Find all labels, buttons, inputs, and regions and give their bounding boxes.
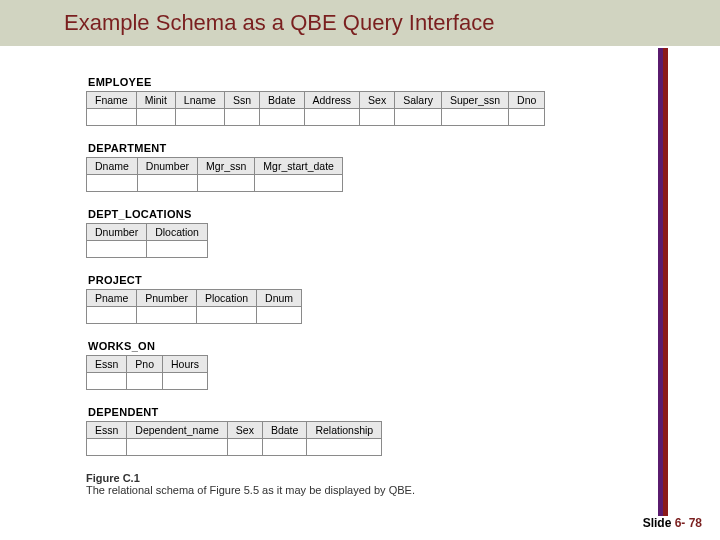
schema-table-name: WORKS_ON [88, 340, 660, 352]
schema-tables: EMPLOYEEFnameMinitLnameSsnBdateAddressSe… [86, 76, 660, 456]
schema-empty-cell [224, 109, 259, 126]
schema-empty-cell [163, 373, 208, 390]
schema-column-header: Dlocation [147, 224, 208, 241]
schema-empty-cell [509, 109, 545, 126]
schema-table-skeleton: DnumberDlocation [86, 223, 208, 258]
schema-empty-cell [255, 175, 343, 192]
footer-slide-word: Slide [643, 516, 675, 530]
slide-content: EMPLOYEEFnameMinitLnameSsnBdateAddressSe… [0, 48, 720, 516]
schema-table: EMPLOYEEFnameMinitLnameSsnBdateAddressSe… [86, 76, 660, 126]
schema-empty-cell [137, 307, 197, 324]
schema-table: DEPARTMENTDnameDnumberMgr_ssnMgr_start_d… [86, 142, 660, 192]
schema-column-header: Relationship [307, 422, 382, 439]
schema-table: DEPT_LOCATIONSDnumberDlocation [86, 208, 660, 258]
schema-table-skeleton: PnamePnumberPlocationDnum [86, 289, 302, 324]
schema-table-skeleton: FnameMinitLnameSsnBdateAddressSexSalaryS… [86, 91, 545, 126]
schema-column-header: Minit [136, 92, 175, 109]
figure-caption-block: Figure C.1 The relational schema of Figu… [86, 472, 660, 496]
schema-column-header: Essn [87, 356, 127, 373]
schema-empty-cell [198, 175, 255, 192]
schema-table-name: DEPENDENT [88, 406, 660, 418]
schema-table-skeleton: EssnDependent_nameSexBdateRelationship [86, 421, 382, 456]
schema-empty-cell [260, 109, 304, 126]
footer-page-number: 6- 78 [675, 516, 702, 530]
schema-column-header: Pname [87, 290, 137, 307]
figure-caption: The relational schema of Figure 5.5 as i… [86, 484, 660, 496]
schema-empty-cell [257, 307, 302, 324]
schema-empty-cell [441, 109, 508, 126]
slide-footer: Slide 6- 78 [643, 516, 702, 530]
schema-table-name: DEPT_LOCATIONS [88, 208, 660, 220]
schema-column-header: Hours [163, 356, 208, 373]
schema-empty-cell [87, 241, 147, 258]
side-stripe [658, 48, 668, 516]
schema-empty-cell [87, 109, 137, 126]
schema-column-header: Ssn [224, 92, 259, 109]
schema-column-header: Dno [509, 92, 545, 109]
schema-table-name: EMPLOYEE [88, 76, 660, 88]
schema-column-header: Dname [87, 158, 138, 175]
schema-empty-cell [262, 439, 306, 456]
schema-empty-cell [360, 109, 395, 126]
schema-column-header: Bdate [260, 92, 304, 109]
schema-column-header: Sex [360, 92, 395, 109]
schema-table-name: PROJECT [88, 274, 660, 286]
schema-column-header: Mgr_ssn [198, 158, 255, 175]
schema-column-header: Fname [87, 92, 137, 109]
slide-title-bar: Example Schema as a QBE Query Interface [0, 0, 720, 48]
schema-column-header: Bdate [262, 422, 306, 439]
schema-table: DEPENDENTEssnDependent_nameSexBdateRelat… [86, 406, 660, 456]
schema-table-skeleton: EssnPnoHours [86, 355, 208, 390]
schema-column-header: Dnumber [87, 224, 147, 241]
schema-column-header: Lname [175, 92, 224, 109]
schema-empty-cell [137, 175, 197, 192]
schema-column-header: Plocation [196, 290, 256, 307]
schema-empty-cell [147, 241, 208, 258]
schema-table: WORKS_ONEssnPnoHours [86, 340, 660, 390]
schema-table: PROJECTPnamePnumberPlocationDnum [86, 274, 660, 324]
schema-empty-cell [307, 439, 382, 456]
schema-empty-cell [395, 109, 442, 126]
schema-table-name: DEPARTMENT [88, 142, 660, 154]
schema-empty-cell [87, 439, 127, 456]
schema-empty-cell [304, 109, 360, 126]
schema-table-skeleton: DnameDnumberMgr_ssnMgr_start_date [86, 157, 343, 192]
schema-empty-cell [136, 109, 175, 126]
schema-column-header: Dnumber [137, 158, 197, 175]
schema-column-header: Sex [227, 422, 262, 439]
schema-column-header: Address [304, 92, 360, 109]
schema-column-header: Salary [395, 92, 442, 109]
schema-column-header: Dnum [257, 290, 302, 307]
slide-title: Example Schema as a QBE Query Interface [64, 10, 494, 35]
schema-column-header: Essn [87, 422, 127, 439]
schema-empty-cell [196, 307, 256, 324]
schema-column-header: Pno [127, 356, 163, 373]
figure-label: Figure C.1 [86, 472, 660, 484]
schema-column-header: Dependent_name [127, 422, 227, 439]
schema-empty-cell [87, 307, 137, 324]
schema-column-header: Super_ssn [441, 92, 508, 109]
schema-empty-cell [127, 439, 227, 456]
schema-empty-cell [127, 373, 163, 390]
schema-empty-cell [87, 373, 127, 390]
schema-empty-cell [227, 439, 262, 456]
schema-column-header: Pnumber [137, 290, 197, 307]
schema-column-header: Mgr_start_date [255, 158, 343, 175]
schema-empty-cell [175, 109, 224, 126]
schema-empty-cell [87, 175, 138, 192]
